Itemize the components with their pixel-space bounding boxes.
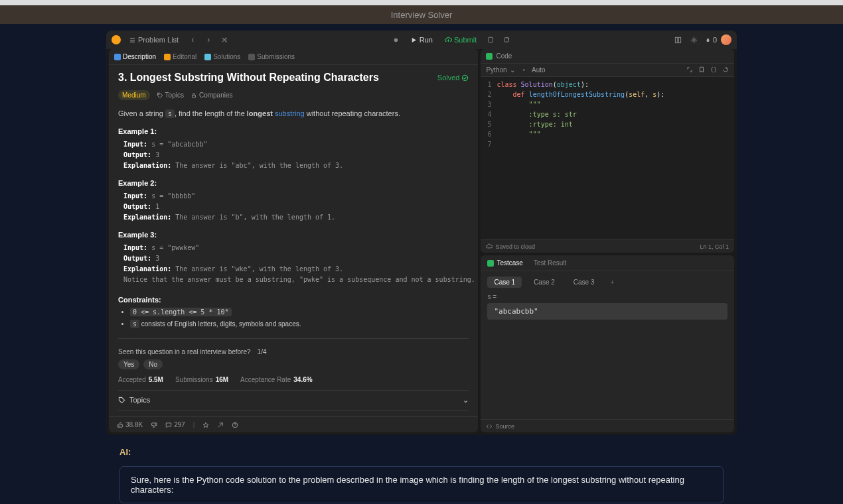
code-icon bbox=[486, 423, 493, 430]
bug-icon bbox=[392, 36, 400, 44]
likes-button[interactable]: 38.8K bbox=[117, 421, 143, 428]
yes-button[interactable]: Yes bbox=[118, 359, 139, 369]
comment-icon bbox=[165, 422, 172, 428]
star-button[interactable] bbox=[202, 422, 209, 428]
prev-problem-button[interactable]: ‹ bbox=[187, 35, 198, 44]
stats-row: Accepted5.5M Submissions16M Acceptance R… bbox=[118, 376, 469, 383]
language-select[interactable]: Python bbox=[486, 66, 506, 74]
timer-button[interactable] bbox=[500, 34, 512, 46]
braces-button[interactable] bbox=[710, 66, 717, 74]
code-panel: Code Python ⌄ • Auto bbox=[481, 49, 734, 253]
ai-response-box: Sure, here is the Python code solution t… bbox=[119, 466, 724, 503]
ai-response-text: Sure, here is the Python code solution t… bbox=[131, 475, 684, 495]
settings-button[interactable] bbox=[688, 34, 700, 46]
play-icon bbox=[410, 36, 418, 44]
leetcode-logo-icon[interactable] bbox=[112, 35, 121, 44]
seen-count: 1/4 bbox=[258, 348, 267, 355]
tc-var-label: s = bbox=[487, 293, 728, 300]
chevron-down-icon: ⌄ bbox=[510, 66, 515, 74]
code-editor[interactable]: 1234567 class Solution(object): def leng… bbox=[481, 77, 734, 239]
example-label: Example 1: bbox=[118, 127, 469, 135]
tab-submissions[interactable]: Submissions bbox=[248, 53, 295, 60]
leetcode-window: Problem List ‹ › ⤨ Run Submit bbox=[106, 31, 737, 435]
topbar: Problem List ‹ › ⤨ Run Submit bbox=[106, 31, 737, 49]
code-icon bbox=[486, 53, 493, 60]
debug-button[interactable] bbox=[390, 34, 402, 46]
tab-editorial[interactable]: Editorial bbox=[164, 53, 196, 60]
substring-link[interactable]: substring bbox=[275, 109, 305, 117]
submit-button[interactable]: Submit bbox=[441, 34, 481, 46]
list-icon bbox=[129, 36, 136, 44]
description-panel: Description Editorial Solutions Submissi… bbox=[109, 49, 478, 432]
bookmark-button[interactable] bbox=[698, 66, 705, 74]
tab-solutions[interactable]: Solutions bbox=[204, 53, 240, 60]
thumbs-up-icon bbox=[117, 422, 123, 428]
reset-icon bbox=[722, 66, 729, 73]
reset-button[interactable] bbox=[722, 66, 729, 74]
constraint-item: s consists of English letters, digits, s… bbox=[130, 320, 469, 329]
companies-link[interactable]: Companies bbox=[191, 92, 233, 99]
flame-icon bbox=[704, 36, 712, 44]
description-icon bbox=[114, 54, 121, 60]
check-circle-icon bbox=[461, 74, 469, 82]
svg-rect-11 bbox=[192, 95, 195, 97]
add-case-button[interactable]: + bbox=[607, 277, 619, 288]
topics-link[interactable]: Topics bbox=[157, 92, 184, 99]
svg-rect-7 bbox=[679, 37, 681, 42]
case-tab-3[interactable]: Case 3 bbox=[567, 277, 601, 288]
topics-collapse[interactable]: Topics ⌄ bbox=[118, 390, 469, 410]
testcase-input[interactable]: "abcabcbb" bbox=[487, 303, 728, 320]
gear-icon bbox=[690, 36, 698, 44]
next-problem-button[interactable]: › bbox=[202, 35, 214, 44]
check-icon bbox=[487, 260, 494, 267]
case-tab-2[interactable]: Case 2 bbox=[527, 277, 562, 288]
flask-icon bbox=[204, 54, 211, 60]
code-header: Code bbox=[481, 49, 734, 64]
saved-label: Saved to cloud bbox=[486, 243, 535, 250]
comments-button[interactable]: 297 bbox=[165, 421, 185, 428]
run-button[interactable]: Run bbox=[406, 34, 437, 46]
layout-icon bbox=[674, 36, 682, 44]
share-button[interactable] bbox=[217, 422, 224, 428]
clock-icon bbox=[248, 54, 255, 60]
constraints-section: Constraints: 0 <= s.length <= 5 * 10⁴ s … bbox=[118, 296, 469, 329]
svg-point-3 bbox=[394, 38, 398, 42]
companies-collapse[interactable]: Companies ⌄ bbox=[118, 410, 469, 417]
tab-description[interactable]: Description bbox=[114, 53, 156, 60]
external-icon bbox=[503, 36, 510, 43]
streak-counter[interactable]: 0 bbox=[704, 36, 717, 44]
note-icon bbox=[487, 36, 494, 43]
question-icon bbox=[232, 422, 238, 428]
star-icon bbox=[202, 422, 209, 428]
svg-point-10 bbox=[158, 94, 159, 94]
tag-icon bbox=[157, 92, 163, 99]
shuffle-button[interactable]: ⤨ bbox=[218, 35, 230, 44]
svg-point-8 bbox=[693, 38, 695, 40]
feedback-button[interactable] bbox=[232, 422, 238, 428]
description-content[interactable]: 3. Longest Substring Without Repeating C… bbox=[109, 65, 478, 416]
case-tab-1[interactable]: Case 1 bbox=[487, 277, 522, 288]
bookmark-icon bbox=[698, 66, 705, 73]
problem-list-button[interactable]: Problem List bbox=[125, 34, 183, 46]
notes-button[interactable] bbox=[485, 34, 497, 46]
example-block: Input: s = "bbbbb" Output: 1 Explanation… bbox=[118, 191, 469, 223]
layout-button[interactable] bbox=[672, 34, 684, 46]
problem-statement: Given a string s, find the length of the… bbox=[118, 108, 469, 119]
seen-question-label: Seen this question in a real interview b… bbox=[118, 348, 251, 355]
avatar[interactable] bbox=[721, 34, 731, 45]
constraint-item: 0 <= s.length <= 5 * 10⁴ bbox=[130, 308, 469, 317]
no-button[interactable]: No bbox=[143, 359, 163, 369]
source-label[interactable]: Source bbox=[486, 423, 514, 430]
cursor-position: Ln 1, Col 1 bbox=[700, 243, 729, 250]
tab-testcase[interactable]: Testcase bbox=[487, 259, 522, 267]
share-icon bbox=[217, 422, 224, 428]
format-button[interactable] bbox=[686, 66, 693, 74]
auto-label[interactable]: Auto bbox=[532, 66, 546, 74]
example-label: Example 2: bbox=[118, 179, 469, 187]
svg-rect-5 bbox=[504, 38, 508, 42]
dislikes-button[interactable] bbox=[151, 422, 157, 428]
description-footer: 38.8K 297 | bbox=[109, 416, 478, 432]
svg-rect-4 bbox=[489, 37, 493, 42]
tab-test-result[interactable]: Test Result bbox=[534, 259, 566, 267]
app-title: Interview Solver bbox=[391, 10, 452, 20]
